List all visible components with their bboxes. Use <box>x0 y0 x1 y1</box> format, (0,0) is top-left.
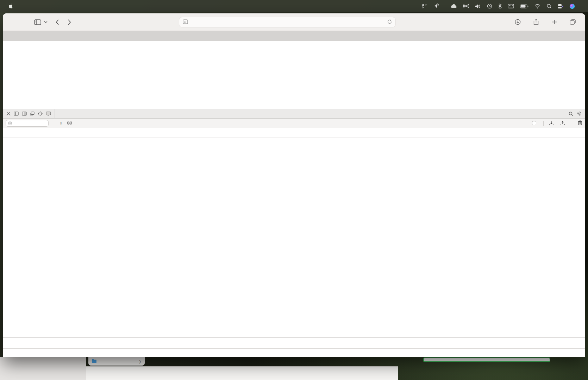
address-bar[interactable] <box>179 17 396 27</box>
import-icon <box>549 121 553 126</box>
reload-icon[interactable] <box>387 19 392 25</box>
export-button[interactable] <box>561 121 566 126</box>
volume-icon[interactable] <box>475 4 481 9</box>
browser-toolbar <box>3 13 585 31</box>
folder-icon <box>92 359 97 364</box>
stepper-carets-icon: ▲▼ <box>60 121 62 125</box>
reader-view-icon[interactable] <box>183 19 188 25</box>
focused-field-fragment[interactable] <box>423 357 550 362</box>
sidebar-chevron-button[interactable] <box>43 17 49 27</box>
sidebar-toggle-button[interactable] <box>33 17 43 27</box>
web-inspector: ▲▼ <box>3 109 585 357</box>
tag-yellow[interactable] <box>0 361 86 365</box>
quick-console-bar[interactable] <box>3 348 585 357</box>
icloud-icon[interactable] <box>451 4 457 8</box>
location-icon[interactable] <box>433 4 439 9</box>
clear-network-items-button[interactable] <box>578 120 582 126</box>
table-header <box>3 128 585 138</box>
apple-menu-icon[interactable] <box>8 4 13 9</box>
stage-manager-icon[interactable] <box>558 4 563 9</box>
network-summary-bar <box>3 337 585 348</box>
finder-path-bar <box>86 366 398 380</box>
disable-caches-checkbox[interactable] <box>532 121 538 125</box>
back-button[interactable] <box>52 17 62 27</box>
new-tab-button[interactable] <box>549 17 559 27</box>
forward-button[interactable] <box>64 17 74 27</box>
waterfall-sort-icon[interactable] <box>67 120 72 126</box>
trash-icon <box>578 120 582 125</box>
downloads-button[interactable] <box>513 17 523 27</box>
time-machine-icon[interactable] <box>487 4 492 9</box>
filter-icon <box>8 121 12 125</box>
airdrop-icon[interactable] <box>463 4 469 9</box>
close-window-button[interactable] <box>8 20 12 24</box>
macos-menu-bar <box>0 0 588 12</box>
minimize-window-button[interactable] <box>15 20 20 24</box>
temp-folder-chip[interactable]: ❯ <box>88 357 145 366</box>
table-body <box>3 138 585 337</box>
resource-scope-select[interactable]: ▲▼ <box>59 121 62 125</box>
network-table <box>3 128 585 337</box>
export-icon <box>561 121 565 126</box>
device-settings-icon[interactable] <box>46 112 51 116</box>
yellow-tag-dot <box>20 361 25 365</box>
element-picker-icon[interactable] <box>38 111 43 116</box>
chevron-right-icon: ❯ <box>139 360 142 363</box>
background-windows: ❯ <box>0 357 588 380</box>
filter-input[interactable] <box>6 120 49 127</box>
bluetooth-icon[interactable] <box>498 4 502 9</box>
tab-overview-button[interactable] <box>568 17 577 27</box>
siri-icon[interactable] <box>569 4 575 9</box>
checkbox-icon <box>532 121 536 125</box>
inspector-tab-bar <box>3 109 585 119</box>
keyboard-icon[interactable] <box>508 4 514 8</box>
network-filter-bar: ▲▼ <box>3 119 585 128</box>
inspector-settings-gear-icon[interactable] <box>577 111 582 116</box>
zoom-window-button[interactable] <box>23 20 27 24</box>
detach-inspector-icon[interactable] <box>30 112 35 116</box>
tag-blue[interactable] <box>0 369 86 373</box>
import-button[interactable] <box>549 121 555 126</box>
inspector-search-icon[interactable] <box>569 112 573 116</box>
close-inspector-icon[interactable] <box>6 112 11 116</box>
finder-tags-panel <box>0 357 86 380</box>
page-content <box>3 41 585 109</box>
passwords-icon[interactable] <box>421 4 427 9</box>
battery-icon[interactable] <box>520 4 528 8</box>
wifi-icon[interactable] <box>534 4 540 8</box>
share-button[interactable] <box>531 17 541 27</box>
safari-window: ▲▼ <box>3 13 585 357</box>
spotlight-icon[interactable] <box>546 4 552 9</box>
dock-side-icon[interactable] <box>14 112 19 116</box>
dock-right-icon[interactable] <box>22 112 27 116</box>
blue-tag-dot <box>20 369 25 373</box>
tab-bar <box>3 31 585 41</box>
traffic-lights <box>8 20 27 24</box>
